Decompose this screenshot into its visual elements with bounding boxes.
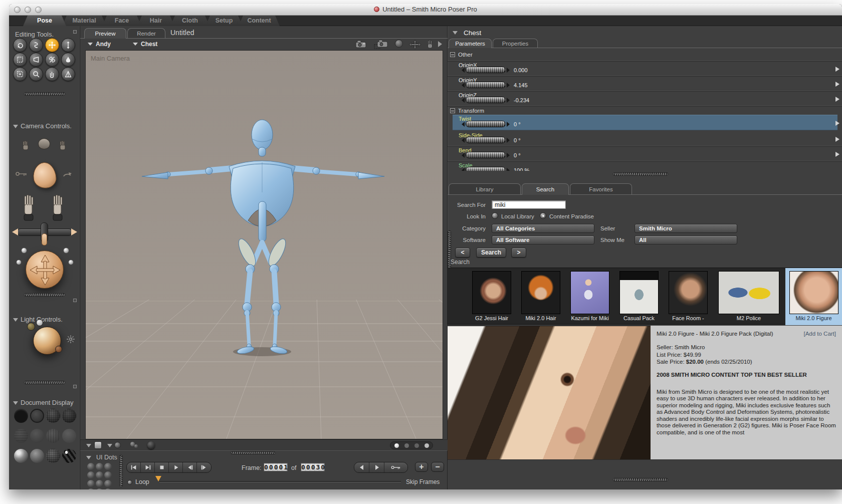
local-library-label[interactable]: Local Library	[501, 213, 534, 219]
tracking-ball-icon[interactable]	[114, 442, 121, 448]
chain-break-tool-icon[interactable]	[45, 53, 59, 67]
collapse-triangle-icon[interactable]	[13, 401, 18, 405]
camera-dolly-hand-right[interactable]	[51, 194, 64, 223]
camera-flyaround-icon[interactable]	[374, 40, 389, 50]
first-frame-button[interactable]	[127, 462, 141, 472]
param-dial-bend[interactable]: 0 °	[462, 152, 521, 158]
result-g2-jessi-hair[interactable]: G2 Jessi Hair	[468, 268, 516, 325]
result-m2-police[interactable]: M2 Police	[713, 268, 784, 325]
previous-key-button[interactable]	[354, 462, 369, 472]
tab-properties[interactable]: Properties	[493, 39, 538, 48]
palette-divider-grip[interactable]	[119, 455, 123, 487]
camera-orbit-ball-3[interactable]	[16, 260, 22, 265]
display-outline-icon[interactable]	[30, 409, 44, 423]
tab-preview[interactable]: Preview	[84, 28, 126, 39]
style-dot-1[interactable]	[394, 443, 399, 448]
result-miki-20-figure[interactable]: Miki 2.0 Figure	[785, 268, 842, 325]
tab-render[interactable]: Render	[127, 28, 165, 39]
display-smooth-lined-icon[interactable]	[30, 449, 44, 463]
depth-cue-menu-icon[interactable]	[86, 444, 91, 447]
view-magnifier-tool-icon[interactable]	[13, 67, 27, 81]
display-hidden-line-icon[interactable]	[62, 409, 76, 423]
param-dial-originz[interactable]: -0.234	[462, 97, 529, 103]
figure-andy[interactable]	[136, 118, 391, 356]
param-dial-twist[interactable]: 0 °	[462, 121, 521, 127]
rotate-tool-icon[interactable]	[13, 38, 27, 52]
next-page-button[interactable]: >	[511, 247, 526, 258]
camera-cycle-arrow-icon[interactable]	[438, 41, 442, 47]
step-forward-button[interactable]	[197, 462, 211, 472]
search-input[interactable]	[492, 200, 566, 209]
collapse-triangle-icon[interactable]	[13, 125, 18, 128]
collapse-triangle-icon[interactable]	[13, 318, 18, 322]
tab-cloth[interactable]: Cloth	[170, 16, 209, 26]
content-paradise-radio[interactable]	[540, 212, 546, 219]
display-flat-lined-icon[interactable]	[46, 429, 60, 443]
camera-pan-down-hand-icon[interactable]	[42, 233, 47, 245]
viewport[interactable]: Main Camera	[85, 50, 443, 439]
light-handle-1[interactable]	[27, 323, 35, 331]
tracking-menu-icon[interactable]	[107, 444, 112, 447]
display-smooth-shaded-icon[interactable]	[14, 449, 28, 463]
result-face-room[interactable]: Face Room -	[664, 268, 712, 325]
display-style-dots[interactable]	[390, 441, 433, 449]
thumbnail-image[interactable]	[570, 271, 609, 314]
display-silhouette-icon[interactable]	[14, 409, 28, 423]
thumbnail-image[interactable]	[472, 271, 511, 314]
display-texture-shaded-icon[interactable]	[62, 449, 76, 463]
add-keyframe-button[interactable]: +	[415, 462, 428, 472]
param-row-arrow[interactable]	[835, 82, 839, 87]
library-scroll-grip[interactable]	[613, 478, 668, 481]
camera-dolly-hand-left[interactable]	[22, 194, 35, 223]
tab-parameters[interactable]: Parameters	[449, 39, 492, 48]
display-flat-shaded-icon[interactable]	[30, 429, 44, 443]
light-handle-3[interactable]	[55, 346, 62, 353]
style-dot-4[interactable]	[425, 443, 429, 448]
camera-pan-right-hand-icon[interactable]	[71, 228, 77, 235]
current-frame-field[interactable]: 00001	[264, 463, 288, 471]
taper-tool-icon[interactable]	[29, 53, 43, 67]
camera-orbit-ball-4[interactable]	[68, 260, 74, 265]
camera-face-trackball[interactable]	[32, 161, 57, 190]
param-dial-sideside[interactable]: 0 °	[462, 137, 521, 143]
ui-dots-header[interactable]: UI Dots	[86, 454, 117, 461]
stop-button[interactable]	[155, 462, 169, 472]
result-casual-pack[interactable]: Casual Pack	[615, 268, 663, 325]
thumbnail-image[interactable]	[669, 271, 708, 314]
camera-trackball[interactable]	[26, 250, 64, 289]
content-paradise-label[interactable]: Content Paradise	[549, 213, 594, 219]
tab-library[interactable]: Library	[449, 183, 521, 195]
step-back-button[interactable]	[183, 462, 197, 472]
play-button[interactable]	[169, 462, 183, 472]
color-tool-icon[interactable]	[61, 53, 75, 67]
direct-manipulation-tool-icon[interactable]	[61, 67, 75, 81]
tab-material[interactable]: Material	[62, 16, 106, 26]
thumbnail-image[interactable]	[619, 271, 659, 314]
param-dial-originy[interactable]: 4.145	[462, 82, 528, 88]
move-yz-icon[interactable]	[408, 40, 422, 50]
last-frame-button[interactable]	[141, 462, 155, 472]
tab-pose[interactable]: Pose	[23, 16, 66, 26]
palette-resize-grip-2[interactable]	[24, 293, 65, 297]
group-transform[interactable]: Transform	[450, 108, 484, 114]
camera-key-icon[interactable]	[15, 170, 28, 177]
param-dial-scale[interactable]: 100 %	[462, 167, 529, 171]
thumbnail-image[interactable]	[718, 271, 779, 314]
seller-dropdown[interactable]: Smith Micro	[635, 224, 737, 233]
page-setup-icon[interactable]	[94, 441, 102, 449]
group-other[interactable]: Other	[450, 52, 473, 58]
group-collapse-icon[interactable]	[450, 52, 455, 57]
trackball-mini-icon[interactable]	[395, 40, 403, 48]
translate-tool-icon[interactable]	[45, 38, 59, 52]
move-hand-icon[interactable]	[426, 40, 434, 50]
camera-pan-left-hand-icon[interactable]	[12, 228, 18, 235]
camera-rotate-arrow-icon[interactable]	[62, 171, 73, 178]
translate-in-out-tool-icon[interactable]	[61, 38, 75, 52]
palette-resize-grip-3[interactable]	[24, 381, 65, 384]
product-preview-image[interactable]	[448, 326, 651, 459]
param-row-arrow[interactable]	[835, 137, 839, 142]
display-cartoon-icon[interactable]	[62, 429, 76, 443]
thumbnail-image[interactable]	[521, 271, 560, 314]
local-library-radio[interactable]	[492, 212, 498, 219]
style-dot-2[interactable]	[404, 443, 409, 448]
